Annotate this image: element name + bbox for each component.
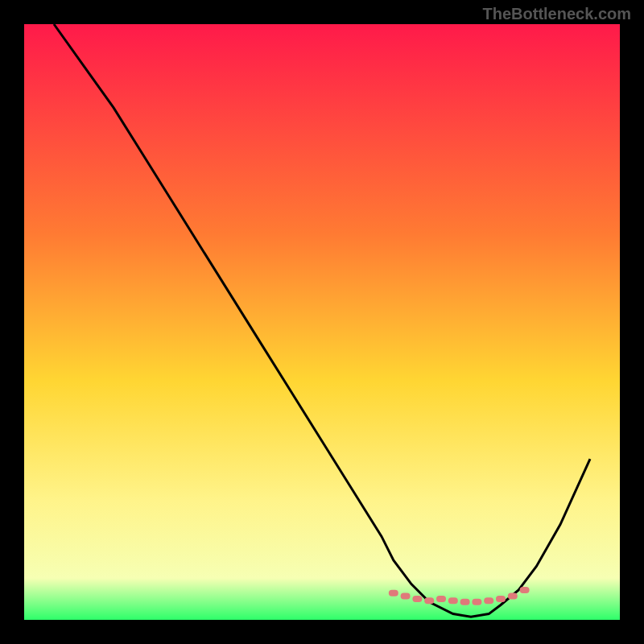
optimal-marker bbox=[412, 596, 422, 602]
bottleneck-chart bbox=[0, 0, 644, 644]
optimal-marker bbox=[472, 599, 481, 605]
optimal-marker bbox=[520, 587, 530, 593]
optimal-marker bbox=[401, 592, 411, 599]
plot-background bbox=[24, 24, 620, 620]
optimal-marker bbox=[448, 597, 458, 604]
optimal-marker bbox=[460, 599, 470, 605]
optimal-marker bbox=[424, 597, 434, 604]
optimal-marker bbox=[436, 596, 446, 602]
chart-container: TheBottleneck.com bbox=[0, 0, 644, 644]
optimal-marker bbox=[508, 592, 518, 599]
optimal-marker bbox=[484, 597, 493, 604]
optimal-marker bbox=[389, 590, 398, 597]
optimal-marker bbox=[496, 596, 506, 602]
watermark-text: TheBottleneck.com bbox=[483, 5, 631, 23]
